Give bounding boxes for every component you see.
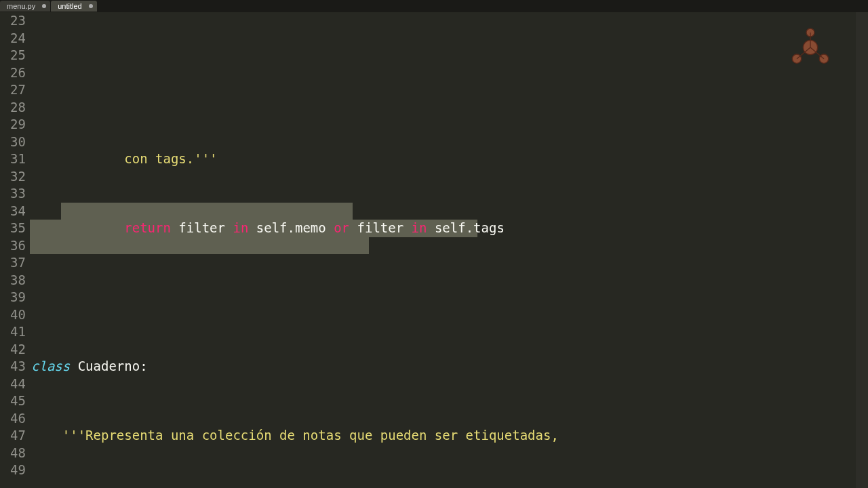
tab-label: menu.py xyxy=(7,2,35,10)
line-number: 36 xyxy=(0,237,26,255)
line-number: 44 xyxy=(0,375,26,393)
line-number: 45 xyxy=(0,392,26,410)
keyword-in: in xyxy=(412,220,427,235)
docstring: con tags.''' xyxy=(124,151,217,166)
indent xyxy=(31,151,124,166)
keyword-return: return xyxy=(124,220,171,235)
tab-menu-py[interactable]: menu.py xyxy=(0,1,50,12)
line-number: 34 xyxy=(0,203,26,220)
line-number: 23 xyxy=(0,12,26,30)
tab-untitled[interactable]: untitled xyxy=(51,1,96,12)
line-number: 24 xyxy=(0,30,26,47)
line-number: 47 xyxy=(0,427,26,445)
line-number: 46 xyxy=(0,410,26,428)
line-number: 29 xyxy=(0,116,26,134)
keyword-in: in xyxy=(233,220,248,235)
line-number-gutter: 2324252627282930313233343536373839404142… xyxy=(0,12,30,488)
line-number: 43 xyxy=(0,358,26,375)
indent xyxy=(31,220,124,235)
line-number: 26 xyxy=(0,64,26,82)
line-number: 38 xyxy=(0,272,26,289)
selection-highlight xyxy=(30,237,369,255)
line-number: 30 xyxy=(0,134,26,151)
dirty-indicator-icon xyxy=(89,4,93,8)
tab-bar: menu.py untitled xyxy=(0,0,868,12)
line-number: 40 xyxy=(0,306,26,324)
line-number: 25 xyxy=(0,47,26,64)
dirty-indicator-icon xyxy=(42,4,46,8)
line-number: 31 xyxy=(0,150,26,168)
line-number: 35 xyxy=(0,220,26,237)
line-number: 42 xyxy=(0,341,26,359)
class-name: Cuaderno xyxy=(78,359,140,373)
keyword-or: or xyxy=(334,220,349,235)
line-number: 28 xyxy=(0,99,26,117)
line-number: 41 xyxy=(0,323,26,341)
line-number: 33 xyxy=(0,185,26,203)
editor[interactable]: 2324252627282930313233343536373839404142… xyxy=(0,12,868,488)
line-number: 37 xyxy=(0,254,26,272)
line-number: 39 xyxy=(0,289,26,306)
tab-label: untitled xyxy=(58,2,81,10)
line-number: 48 xyxy=(0,445,26,462)
selection-highlight xyxy=(61,203,353,220)
minimap[interactable] xyxy=(856,12,868,488)
code-area[interactable]: con tags.''' return filter in self.memo … xyxy=(30,12,868,488)
docstring: '''Representa una colección de notas que… xyxy=(62,428,559,443)
keyword-class: class xyxy=(31,359,70,373)
watermark-logo-icon xyxy=(787,27,834,68)
line-number: 32 xyxy=(0,168,26,186)
line-number: 27 xyxy=(0,81,26,99)
line-number: 49 xyxy=(0,462,26,479)
